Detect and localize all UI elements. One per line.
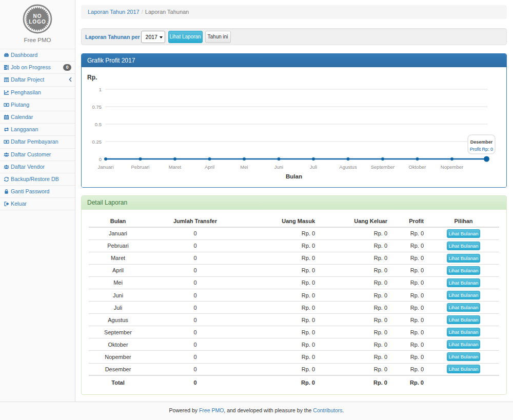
- svg-text:Agustus: Agustus: [339, 164, 357, 170]
- svg-text:0.25: 0.25: [92, 139, 102, 145]
- svg-text:NO: NO: [33, 13, 42, 19]
- svg-text:0: 0: [99, 156, 102, 162]
- svg-text:Januari: Januari: [97, 164, 113, 170]
- svg-text:LOGO: LOGO: [29, 19, 46, 25]
- svg-text:1: 1: [99, 87, 102, 92]
- svg-text:Nopember: Nopember: [441, 164, 463, 170]
- svg-text:0.5: 0.5: [95, 122, 102, 127]
- svg-text:Mei: Mei: [240, 164, 248, 170]
- svg-text:Juni: Juni: [274, 164, 283, 170]
- svg-text:Juli: Juli: [310, 164, 317, 170]
- svg-text:Oktober: Oktober: [409, 164, 426, 170]
- svg-text:April: April: [205, 164, 214, 170]
- svg-text:Bulan: Bulan: [286, 173, 302, 179]
- svg-text:Rp.: Rp.: [87, 74, 97, 81]
- svg-text:September: September: [371, 164, 394, 170]
- svg-text:0.75: 0.75: [92, 104, 102, 110]
- svg-text:Pebruari: Pebruari: [131, 164, 150, 170]
- svg-text:Maret: Maret: [169, 164, 182, 170]
